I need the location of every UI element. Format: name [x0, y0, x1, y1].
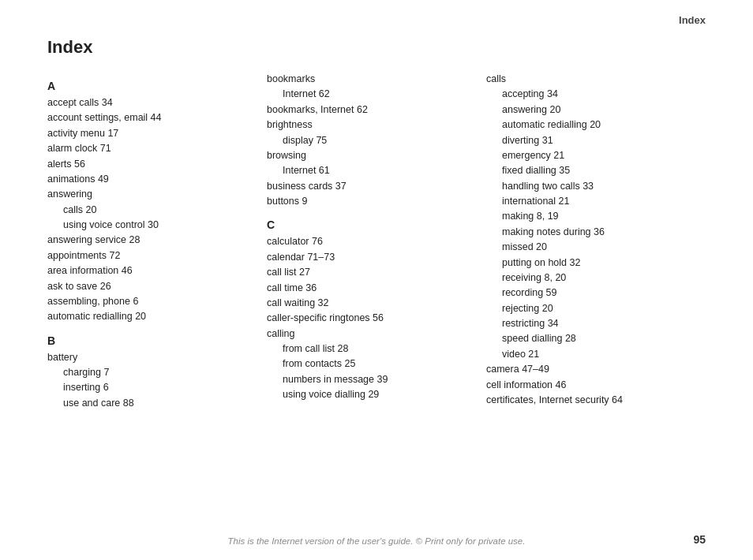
list-item: calls: [486, 72, 690, 87]
index-col-1: A accept calls 34 account settings, emai…: [47, 72, 267, 411]
index-columns: A accept calls 34 account settings, emai…: [47, 72, 706, 411]
list-item: browsing: [267, 148, 470, 163]
section-letter-a: A: [47, 80, 251, 92]
list-item: answering 20: [486, 103, 690, 118]
list-item: answering: [47, 187, 251, 202]
list-item: restricting 34: [486, 316, 690, 331]
list-item: alerts 56: [47, 157, 251, 172]
list-item: automatic redialling 20: [47, 309, 251, 324]
list-item: emergency 21: [486, 148, 690, 163]
list-item: area information 46: [47, 263, 251, 278]
list-item: camera 47–49: [486, 362, 690, 377]
list-item: alarm clock 71: [47, 141, 251, 156]
list-item: speed dialling 28: [486, 331, 690, 346]
list-item: assembling, phone 6: [47, 294, 251, 309]
list-item: account settings, email 44: [47, 110, 251, 125]
list-item: rejecting 20: [486, 301, 690, 316]
list-item: handling two calls 33: [486, 179, 690, 194]
list-item: call waiting 32: [267, 296, 470, 311]
list-item: Internet 61: [267, 163, 470, 178]
list-item: fixed dialling 35: [486, 163, 690, 178]
page-content: Index A accept calls 34 account settings…: [0, 26, 753, 411]
section-letter-b: B: [47, 334, 251, 347]
page-header: Index: [0, 0, 753, 26]
list-item: call list 27: [267, 265, 470, 280]
list-item: receiving 8, 20: [486, 271, 690, 286]
list-item: video 21: [486, 347, 690, 362]
list-item: accepting 34: [486, 87, 690, 102]
list-item: using voice control 30: [47, 218, 251, 233]
section-letter-c: C: [267, 218, 470, 231]
list-item: business cards 37: [267, 179, 470, 194]
list-item: battery: [47, 350, 251, 365]
list-item: appointments 72: [47, 248, 251, 263]
list-item: animations 49: [47, 172, 251, 187]
list-item: certificates, Internet security 64: [486, 393, 690, 408]
list-item: calculator 76: [267, 234, 470, 249]
list-item: diverting 31: [486, 133, 690, 148]
index-col-3: calls accepting 34 answering 20 automati…: [486, 72, 706, 408]
list-item: putting on hold 32: [486, 256, 690, 271]
page-footer: This is the Internet version of the user…: [0, 536, 753, 546]
list-item: calendar 71–73: [267, 250, 470, 265]
list-item: caller-specific ringtones 56: [267, 311, 470, 326]
list-item: numbers in message 39: [267, 372, 470, 387]
header-title: Index: [679, 14, 706, 26]
page-title: Index: [47, 37, 706, 58]
list-item: making notes during 36: [486, 225, 690, 240]
list-item: making 8, 19: [486, 209, 690, 224]
list-item: cell information 46: [486, 378, 690, 393]
list-item: bookmarks: [267, 72, 470, 87]
list-item: accept calls 34: [47, 95, 251, 110]
list-item: display 75: [267, 133, 470, 148]
list-item: ask to save 26: [47, 279, 251, 294]
list-item: international 21: [486, 194, 690, 209]
list-item: calling: [267, 327, 470, 342]
list-item: charging 7: [47, 365, 251, 380]
page-number: 95: [693, 533, 706, 546]
list-item: brightness: [267, 118, 470, 133]
index-col-2: bookmarks Internet 62 bookmarks, Interne…: [267, 72, 486, 403]
list-item: automatic redialling 20: [486, 118, 690, 133]
list-item: bookmarks, Internet 62: [267, 103, 470, 118]
list-item: recording 59: [486, 286, 690, 301]
list-item: activity menu 17: [47, 126, 251, 141]
list-item: buttons 9: [267, 194, 470, 209]
list-item: answering service 28: [47, 233, 251, 248]
list-item: inserting 6: [47, 380, 251, 395]
list-item: from call list 28: [267, 342, 470, 357]
list-item: using voice dialling 29: [267, 387, 470, 402]
list-item: missed 20: [486, 240, 690, 255]
list-item: Internet 62: [267, 87, 470, 102]
list-item: from contacts 25: [267, 357, 470, 371]
list-item: call time 36: [267, 281, 470, 296]
list-item: use and care 88: [47, 396, 251, 411]
list-item: calls 20: [47, 203, 251, 218]
